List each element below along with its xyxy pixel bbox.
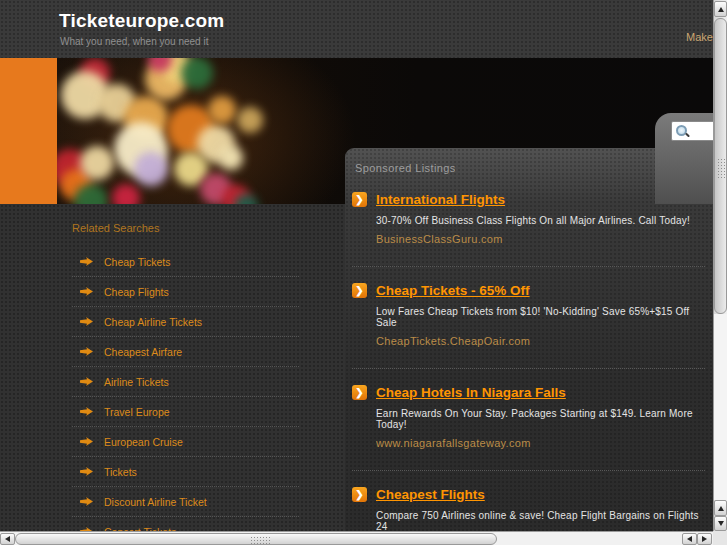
right-arrow-icon	[702, 536, 707, 542]
related-search-link[interactable]: Cheapest Airfare	[72, 337, 299, 367]
arrow-bullet-icon	[80, 497, 93, 506]
bokeh-light	[112, 184, 140, 204]
bokeh-light	[237, 107, 263, 133]
related-search-label: Airline Tickets	[104, 376, 169, 388]
sponsored-listing: ❯ Cheap Tickets - 65% Off Low Fares Chea…	[352, 267, 705, 369]
related-search-label: Travel Europe	[104, 406, 170, 418]
listing-description: Earn Rewards On Your Stay. Packages Star…	[376, 408, 705, 430]
down-arrow-icon	[718, 521, 724, 526]
related-search-label: Cheap Flights	[104, 286, 169, 298]
scroll-down-button[interactable]	[714, 516, 727, 531]
bokeh-light	[134, 152, 168, 186]
listing-title-link[interactable]: Cheap Tickets - 65% Off	[376, 283, 530, 298]
scrollbar-corner	[713, 531, 727, 545]
related-search-link[interactable]: Airline Tickets	[72, 367, 299, 397]
scroll-right-button[interactable]	[697, 533, 712, 545]
arrow-bullet-icon	[80, 287, 93, 296]
vertical-scrollbar-track[interactable]	[714, 314, 727, 500]
related-search-link[interactable]: Discount Airline Ticket	[72, 487, 299, 517]
sponsored-listing: ❯ International Flights 30-70% Off Busin…	[352, 176, 705, 267]
magnifier-icon	[676, 125, 689, 138]
listing-description: Low Fares Cheap Tickets from $10! 'No-Ki…	[376, 306, 705, 328]
related-search-link[interactable]: Travel Europe	[72, 397, 299, 427]
related-searches: Related Searches Cheap Tickets Cheap Fli…	[72, 222, 299, 545]
listing-title-link[interactable]: Cheapest Flights	[376, 487, 485, 502]
up-arrow-icon	[718, 7, 724, 12]
related-searches-list: Cheap Tickets Cheap Flights Cheap Airlin…	[72, 247, 299, 545]
arrow-bullet-icon	[80, 407, 93, 416]
bokeh-light	[80, 146, 114, 180]
vertical-scrollbar[interactable]	[713, 0, 727, 531]
horizontal-scrollbar-thumb[interactable]	[15, 533, 497, 545]
arrow-bullet-icon	[80, 377, 93, 386]
scroll-left-button[interactable]	[0, 533, 15, 545]
related-search-label: European Cruise	[104, 436, 183, 448]
related-searches-heading: Related Searches	[72, 222, 299, 234]
related-search-link[interactable]: Cheap Airline Tickets	[72, 307, 299, 337]
arrow-bullet-icon	[80, 257, 93, 266]
related-search-link[interactable]: Cheap Tickets	[72, 247, 299, 277]
arrow-bullet-icon	[80, 317, 93, 326]
bokeh-light	[181, 58, 213, 89]
listing-description: Compare 750 Airlines online & save! Chea…	[376, 510, 705, 532]
related-search-label: Cheapest Airfare	[104, 346, 182, 358]
left-arrow-icon	[687, 536, 692, 542]
sponsored-listing: ❯ Cheap Hotels In Niagara Falls Earn Rew…	[352, 369, 705, 471]
listing-title-link[interactable]: International Flights	[376, 192, 505, 207]
site-tagline: What you need, when you need it	[60, 36, 208, 47]
listing-bullet-icon: ❯	[352, 192, 367, 207]
related-search-link[interactable]: European Cruise	[72, 427, 299, 457]
related-search-link[interactable]: Tickets	[72, 457, 299, 487]
listing-title-link[interactable]: Cheap Hotels In Niagara Falls	[376, 385, 566, 400]
sponsored-listings-panel: Sponsored Listings ❯ International Fligh…	[345, 148, 713, 532]
scroll-up-button-bottom[interactable]	[714, 500, 727, 516]
listing-bullet-icon: ❯	[352, 487, 367, 502]
scrollbar-grip	[717, 158, 725, 179]
related-search-link[interactable]: Cheap Flights	[72, 277, 299, 307]
scroll-up-button[interactable]	[714, 1, 727, 17]
arrow-bullet-icon	[80, 437, 93, 446]
scrollbar-grip	[250, 536, 271, 544]
listing-bullet-icon: ❯	[352, 385, 367, 400]
sponsored-listings-list: ❯ International Flights 30-70% Off Busin…	[352, 176, 705, 532]
related-search-label: Cheap Tickets	[104, 256, 171, 268]
arrow-bullet-icon	[80, 347, 93, 356]
listing-description: 30-70% Off Business Class Flights On all…	[376, 215, 705, 226]
listing-url-link[interactable]: www.niagarafallsgateway.com	[376, 437, 705, 449]
vertical-scrollbar-thumb[interactable]	[714, 18, 727, 314]
site-title: Ticketeurope.com	[59, 10, 224, 32]
sponsored-listing: ❯ Cheapest Flights Compare 750 Airlines …	[352, 471, 705, 532]
related-search-label: Cheap Airline Tickets	[104, 316, 202, 328]
listing-url-link[interactable]: CheapTickets.CheapOair.com	[376, 335, 705, 347]
bokeh-light	[208, 96, 236, 124]
horizontal-scrollbar[interactable]	[0, 531, 713, 545]
related-search-label: Tickets	[104, 466, 137, 478]
bokeh-light	[219, 146, 243, 170]
listing-url-link[interactable]: BusinessClassGuru.com	[376, 233, 705, 245]
orange-accent-block	[0, 58, 57, 204]
left-arrow-icon	[5, 536, 10, 542]
scroll-left-button-right[interactable]	[682, 533, 697, 545]
listing-bullet-icon: ❯	[352, 283, 367, 298]
related-search-label: Discount Airline Ticket	[104, 496, 207, 508]
up-arrow-icon	[718, 506, 724, 511]
arrow-bullet-icon	[80, 467, 93, 476]
page-header: Ticketeurope.com What you need, when you…	[0, 0, 727, 58]
